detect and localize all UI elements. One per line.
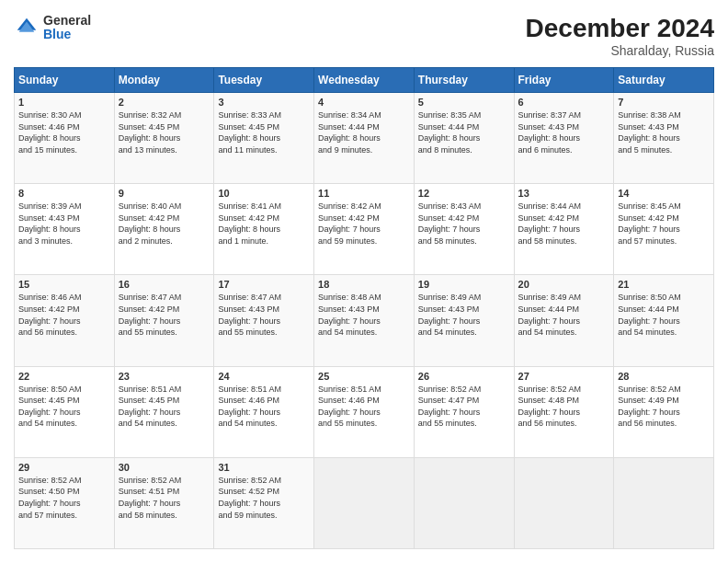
logo: General Blue (14, 14, 91, 42)
day-info: Sunrise: 8:39 AM Sunset: 4:43 PM Dayligh… (18, 201, 110, 247)
day-info: Sunrise: 8:49 AM Sunset: 4:44 PM Dayligh… (518, 292, 610, 338)
page: General Blue December 2024 Sharalday, Ru… (0, 0, 728, 563)
day-number: 27 (518, 371, 610, 382)
day-info: Sunrise: 8:30 AM Sunset: 4:46 PM Dayligh… (18, 109, 110, 155)
table-row: 24Sunrise: 8:51 AM Sunset: 4:46 PM Dayli… (214, 366, 314, 457)
table-row (414, 457, 514, 548)
day-number: 20 (518, 279, 610, 290)
day-info: Sunrise: 8:49 AM Sunset: 4:43 PM Dayligh… (418, 292, 510, 338)
col-thursday: Thursday (414, 68, 514, 93)
day-info: Sunrise: 8:51 AM Sunset: 4:46 PM Dayligh… (318, 384, 410, 430)
day-info: Sunrise: 8:48 AM Sunset: 4:43 PM Dayligh… (318, 292, 410, 338)
day-number: 14 (618, 188, 710, 199)
calendar-week-row: 15Sunrise: 8:46 AM Sunset: 4:42 PM Dayli… (15, 275, 714, 366)
table-row: 6Sunrise: 8:37 AM Sunset: 4:43 PM Daylig… (514, 93, 614, 184)
day-info: Sunrise: 8:52 AM Sunset: 4:49 PM Dayligh… (618, 384, 710, 430)
table-row: 11Sunrise: 8:42 AM Sunset: 4:42 PM Dayli… (314, 184, 415, 275)
day-info: Sunrise: 8:50 AM Sunset: 4:44 PM Dayligh… (618, 292, 710, 338)
day-info: Sunrise: 8:32 AM Sunset: 4:45 PM Dayligh… (119, 109, 210, 155)
day-info: Sunrise: 8:50 AM Sunset: 4:45 PM Dayligh… (18, 384, 110, 430)
day-number: 1 (18, 97, 110, 108)
table-row: 20Sunrise: 8:49 AM Sunset: 4:44 PM Dayli… (514, 275, 614, 366)
calendar-header-row: Sunday Monday Tuesday Wednesday Thursday… (15, 68, 714, 93)
day-info: Sunrise: 8:52 AM Sunset: 4:52 PM Dayligh… (218, 475, 310, 521)
day-info: Sunrise: 8:46 AM Sunset: 4:42 PM Dayligh… (18, 292, 110, 338)
table-row (314, 457, 415, 548)
table-row: 31Sunrise: 8:52 AM Sunset: 4:52 PM Dayli… (214, 457, 314, 548)
day-number: 17 (218, 279, 310, 290)
table-row: 4Sunrise: 8:34 AM Sunset: 4:44 PM Daylig… (314, 93, 415, 184)
day-number: 8 (18, 188, 110, 199)
day-number: 28 (618, 371, 710, 382)
day-info: Sunrise: 8:52 AM Sunset: 4:48 PM Dayligh… (518, 384, 610, 430)
day-info: Sunrise: 8:44 AM Sunset: 4:42 PM Dayligh… (518, 201, 610, 247)
col-friday: Friday (514, 68, 614, 93)
table-row: 1Sunrise: 8:30 AM Sunset: 4:46 PM Daylig… (15, 93, 115, 184)
day-number: 31 (218, 462, 310, 473)
logo-general: General (43, 14, 91, 28)
calendar-table: Sunday Monday Tuesday Wednesday Thursday… (14, 67, 714, 549)
day-number: 10 (218, 188, 310, 199)
day-number: 16 (119, 279, 210, 290)
day-number: 21 (618, 279, 710, 290)
col-sunday: Sunday (15, 68, 115, 93)
day-number: 12 (418, 188, 510, 199)
header: General Blue December 2024 Sharalday, Ru… (14, 14, 714, 58)
day-info: Sunrise: 8:34 AM Sunset: 4:44 PM Dayligh… (318, 109, 410, 155)
day-number: 15 (18, 279, 110, 290)
day-number: 2 (119, 97, 210, 108)
table-row: 27Sunrise: 8:52 AM Sunset: 4:48 PM Dayli… (514, 366, 614, 457)
logo-blue: Blue (43, 28, 91, 41)
day-info: Sunrise: 8:51 AM Sunset: 4:45 PM Dayligh… (119, 384, 210, 430)
day-number: 19 (418, 279, 510, 290)
day-info: Sunrise: 8:37 AM Sunset: 4:43 PM Dayligh… (518, 109, 610, 155)
table-row: 18Sunrise: 8:48 AM Sunset: 4:43 PM Dayli… (314, 275, 415, 366)
day-number: 29 (18, 462, 110, 473)
table-row: 10Sunrise: 8:41 AM Sunset: 4:42 PM Dayli… (214, 184, 314, 275)
table-row: 26Sunrise: 8:52 AM Sunset: 4:47 PM Dayli… (414, 366, 514, 457)
col-wednesday: Wednesday (314, 68, 415, 93)
col-tuesday: Tuesday (214, 68, 314, 93)
col-monday: Monday (114, 68, 214, 93)
day-number: 3 (218, 97, 310, 108)
day-number: 4 (318, 97, 410, 108)
table-row: 22Sunrise: 8:50 AM Sunset: 4:45 PM Dayli… (15, 366, 115, 457)
day-info: Sunrise: 8:41 AM Sunset: 4:42 PM Dayligh… (218, 201, 310, 247)
table-row: 7Sunrise: 8:38 AM Sunset: 4:43 PM Daylig… (614, 93, 714, 184)
day-number: 6 (518, 97, 610, 108)
day-number: 9 (119, 188, 210, 199)
day-number: 25 (318, 371, 410, 382)
calendar-week-row: 22Sunrise: 8:50 AM Sunset: 4:45 PM Dayli… (15, 366, 714, 457)
main-title: December 2024 (526, 14, 714, 43)
table-row: 21Sunrise: 8:50 AM Sunset: 4:44 PM Dayli… (614, 275, 714, 366)
table-row: 13Sunrise: 8:44 AM Sunset: 4:42 PM Dayli… (514, 184, 614, 275)
day-info: Sunrise: 8:52 AM Sunset: 4:50 PM Dayligh… (18, 475, 110, 521)
day-info: Sunrise: 8:35 AM Sunset: 4:44 PM Dayligh… (418, 109, 510, 155)
table-row: 29Sunrise: 8:52 AM Sunset: 4:50 PM Dayli… (15, 457, 115, 548)
day-number: 30 (119, 462, 210, 473)
table-row: 19Sunrise: 8:49 AM Sunset: 4:43 PM Dayli… (414, 275, 514, 366)
table-row: 9Sunrise: 8:40 AM Sunset: 4:42 PM Daylig… (114, 184, 214, 275)
subtitle: Sharalday, Russia (526, 43, 714, 58)
title-block: December 2024 Sharalday, Russia (526, 14, 714, 58)
day-info: Sunrise: 8:42 AM Sunset: 4:42 PM Dayligh… (318, 201, 410, 247)
day-number: 18 (318, 279, 410, 290)
table-row: 16Sunrise: 8:47 AM Sunset: 4:42 PM Dayli… (114, 275, 214, 366)
calendar-week-row: 8Sunrise: 8:39 AM Sunset: 4:43 PM Daylig… (15, 184, 714, 275)
table-row: 28Sunrise: 8:52 AM Sunset: 4:49 PM Dayli… (614, 366, 714, 457)
calendar-week-row: 29Sunrise: 8:52 AM Sunset: 4:50 PM Dayli… (15, 457, 714, 548)
calendar-week-row: 1Sunrise: 8:30 AM Sunset: 4:46 PM Daylig… (15, 93, 714, 184)
table-row: 2Sunrise: 8:32 AM Sunset: 4:45 PM Daylig… (114, 93, 214, 184)
day-number: 24 (218, 371, 310, 382)
day-info: Sunrise: 8:47 AM Sunset: 4:42 PM Dayligh… (119, 292, 210, 338)
day-info: Sunrise: 8:45 AM Sunset: 4:42 PM Dayligh… (618, 201, 710, 247)
day-info: Sunrise: 8:47 AM Sunset: 4:43 PM Dayligh… (218, 292, 310, 338)
day-info: Sunrise: 8:43 AM Sunset: 4:42 PM Dayligh… (418, 201, 510, 247)
day-info: Sunrise: 8:52 AM Sunset: 4:51 PM Dayligh… (119, 475, 210, 521)
table-row: 15Sunrise: 8:46 AM Sunset: 4:42 PM Dayli… (15, 275, 115, 366)
table-row (514, 457, 614, 548)
day-info: Sunrise: 8:38 AM Sunset: 4:43 PM Dayligh… (618, 109, 710, 155)
table-row: 17Sunrise: 8:47 AM Sunset: 4:43 PM Dayli… (214, 275, 314, 366)
day-number: 13 (518, 188, 610, 199)
day-info: Sunrise: 8:51 AM Sunset: 4:46 PM Dayligh… (218, 384, 310, 430)
